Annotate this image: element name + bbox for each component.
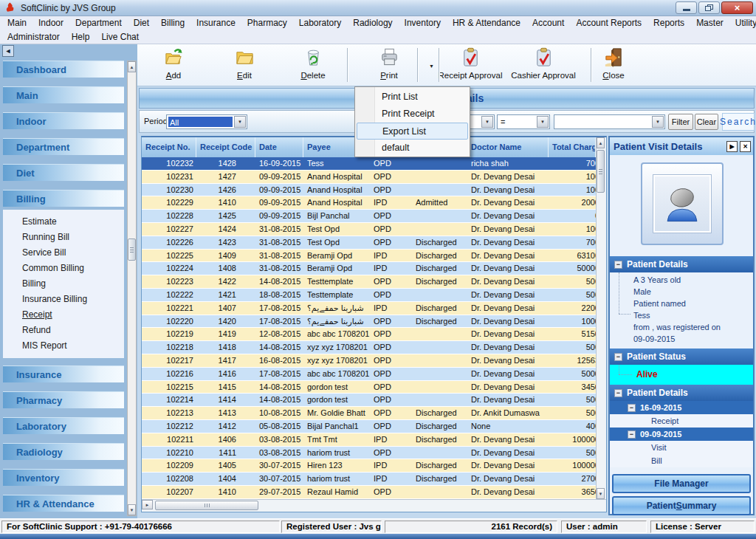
chevron-down-icon[interactable]: ▼ xyxy=(234,116,246,128)
panel-close-icon[interactable]: ✕ xyxy=(740,141,751,152)
table-row[interactable]: 102212141205-08-2015Bijal Panchal1OPDDis… xyxy=(142,420,596,433)
delete-button[interactable]: Delete xyxy=(284,47,343,84)
table-horizontal-scrollbar[interactable]: ◄ ► xyxy=(142,499,606,512)
patient-visits-header[interactable]: − Patient Details xyxy=(610,385,753,401)
restore-button[interactable] xyxy=(698,1,720,14)
menu-item-indoor[interactable]: Indoor xyxy=(32,16,69,30)
sidebar-subitem-mis-report[interactable]: MIS Report xyxy=(3,338,124,354)
print-menu-item-print-receipt[interactable]: Print Receipt xyxy=(357,106,468,123)
menu-item-diet[interactable]: Diet xyxy=(128,16,155,30)
menu-item-main[interactable]: Main xyxy=(1,16,32,30)
scroll-right-icon[interactable]: ► xyxy=(142,500,153,509)
sidebar-item-indoor[interactable]: Indoor xyxy=(3,112,124,129)
table-row[interactable]: 102222142118-08-2015TesttemplateOPDDr. D… xyxy=(142,289,596,302)
sidebar-item-insurance[interactable]: Insurance xyxy=(3,365,124,382)
sidebar-item-department[interactable]: Department xyxy=(3,138,124,155)
menu-item-administrator[interactable]: Administrator xyxy=(1,30,66,44)
menu-item-account-reports[interactable]: Account Reports xyxy=(570,16,647,30)
menu-item-live-chat[interactable]: Live Chat xyxy=(95,30,145,44)
menu-item-pharmacy[interactable]: Pharmacy xyxy=(241,16,293,30)
table-row[interactable]: 102230142609-09-2015Anand HospitalOPDDr.… xyxy=(142,184,596,197)
receipt-approval-button[interactable]: Receipt Approval xyxy=(432,47,509,84)
menu-item-help[interactable]: Help xyxy=(66,30,96,44)
column-header-receipt-code[interactable]: Receipt Code xyxy=(196,137,255,157)
collapse-minus-icon[interactable]: − xyxy=(628,430,636,439)
table-row[interactable]: 102216141617-08-2015abc abc 1708201OPDDr… xyxy=(142,368,596,381)
sidebar-item-pharmacy[interactable]: Pharmacy xyxy=(3,391,124,408)
sidebar-subitem-insurance-billing[interactable]: Insurance Billing xyxy=(3,292,124,307)
sidebar-subitem-service-bill[interactable]: Service Bill xyxy=(3,245,124,261)
h-scroll-thumb[interactable] xyxy=(155,501,258,510)
collapse-minus-icon[interactable]: − xyxy=(614,353,622,361)
visit-child-visit[interactable]: Visit xyxy=(610,441,753,454)
table-row[interactable]: 102227142431-08-2015Test OpdOPDDr. Devan… xyxy=(142,223,596,236)
menu-item-laboratory[interactable]: Laboratory xyxy=(293,16,347,30)
table-row[interactable]: 102228142509-09-2015Bijl PanchalOPDDr. D… xyxy=(142,210,596,223)
chevron-down-icon[interactable]: ▼ xyxy=(652,116,664,128)
menu-item-inventory[interactable]: Inventory xyxy=(399,16,447,30)
close-button[interactable]: × xyxy=(721,1,753,14)
menu-item-hr-attendance[interactable]: HR & Attendance xyxy=(447,16,526,30)
menu-item-billing[interactable]: Billing xyxy=(155,16,190,30)
patient-photo-frame[interactable] xyxy=(641,162,724,245)
sidebar-item-laboratory[interactable]: Laboratory xyxy=(3,417,124,434)
table-row[interactable]: 102226142331-08-2015Test OpdOPDDischarge… xyxy=(142,236,596,250)
filter-button[interactable]: Filter xyxy=(668,114,693,130)
menu-item-radiology[interactable]: Radiology xyxy=(347,16,398,30)
sidebar-collapse-button[interactable]: ◄ xyxy=(2,45,14,57)
menu-item-master[interactable]: Master xyxy=(690,16,729,30)
patient-status-header[interactable]: − Patient Status xyxy=(610,349,753,365)
table-row[interactable]: 102223142214-08-2015TesttemplateOPDDisch… xyxy=(142,275,596,289)
sidebar-subitem-estimate[interactable]: Estimate xyxy=(3,214,124,230)
file-manager-button[interactable]: File Manager xyxy=(612,474,751,493)
table-row[interactable]: 102217141716-08-2015xyz xyz 1708201OPDDr… xyxy=(142,354,596,368)
sidebar-item-hr-attendance[interactable]: HR & Attendance xyxy=(3,495,124,512)
table-row[interactable]: 102214141414-08-2015gordon testOPDDr. De… xyxy=(142,394,596,407)
scroll-up-icon[interactable]: ▲ xyxy=(597,137,605,148)
visit-date-node[interactable]: −16-09-2015 xyxy=(610,401,753,414)
visit-date-node[interactable]: −09-09-2015 xyxy=(610,428,753,441)
table-row[interactable]: 102221140717-08-2015شباربنا حمفےیم؟IPDDi… xyxy=(142,302,596,315)
sidebar-item-main[interactable]: Main xyxy=(3,86,124,103)
table-row[interactable]: 102232142816-09-2015TessOPDricha shah700 xyxy=(142,157,596,171)
patient-summary-button[interactable]: Patient Summary xyxy=(612,496,751,515)
menu-item-department[interactable]: Department xyxy=(69,16,128,30)
visit-child-bill[interactable]: Bill xyxy=(610,454,753,467)
collapse-minus-icon[interactable]: − xyxy=(614,389,622,397)
column-header-doctor-name[interactable]: Doctor Name xyxy=(467,137,549,157)
menu-item-reports[interactable]: Reports xyxy=(647,16,690,30)
table-row[interactable]: 102215141514-08-2015gordon testOPDDr. De… xyxy=(142,381,596,394)
table-row[interactable]: 102220142017-08-2015شباربنا حمفےیم؟OPDDi… xyxy=(142,315,596,329)
sidebar-item-inventory[interactable]: Inventory xyxy=(3,469,124,486)
table-row[interactable]: 102218141814-08-2015xyz xyz 1708201OPDDr… xyxy=(142,341,596,354)
scroll-down-icon[interactable]: ▼ xyxy=(128,504,136,515)
sidebar-item-diet[interactable]: Diet xyxy=(3,164,124,181)
table-row[interactable]: 102209140530-07-2015Hiren 123IPDDischarg… xyxy=(142,459,596,473)
scroll-up-icon[interactable]: ▲ xyxy=(128,61,136,72)
table-row[interactable]: 102225140931-08-2015Beramji OpdIPDDischa… xyxy=(142,250,596,263)
close-button[interactable]: Close xyxy=(584,47,643,84)
sidebar-scroll-thumb[interactable] xyxy=(128,238,136,261)
table-row[interactable]: 102224140831-08-2015Beramji OpdIPDDischa… xyxy=(142,262,596,275)
period-combobox[interactable]: All ▼ xyxy=(166,114,247,129)
menu-item-utility[interactable]: Utility xyxy=(729,16,756,30)
clear-button[interactable]: Clear xyxy=(695,114,718,130)
patient-details-header[interactable]: − Patient Details xyxy=(610,256,753,272)
table-vertical-scrollbar[interactable]: ▲ ▼ xyxy=(596,137,606,499)
print-menu-item-export-list[interactable]: Export List xyxy=(357,123,468,140)
menu-item-insurance[interactable]: Insurance xyxy=(190,16,241,30)
print-menu-item-default[interactable]: default xyxy=(357,140,468,157)
chevron-down-icon[interactable]: ▼ xyxy=(537,116,549,128)
table-row[interactable]: 102210141103-08-2015hariom trustOPDDr. D… xyxy=(142,447,596,460)
visit-child-receipt[interactable]: Receipt xyxy=(610,414,753,428)
minimize-button[interactable] xyxy=(676,1,697,14)
v-scroll-thumb[interactable] xyxy=(597,150,605,193)
table-row[interactable]: 102219141912-08-2015abc abc 1708201OPDDr… xyxy=(142,328,596,341)
table-row[interactable]: 102229141009-09-2015Anand HospitalIPDAdm… xyxy=(142,196,596,210)
column-header-date[interactable]: Date xyxy=(255,137,303,157)
print-menu-item-print-list[interactable]: Print List xyxy=(357,89,468,106)
print-button[interactable]: Print xyxy=(360,47,419,84)
collapse-minus-icon[interactable]: − xyxy=(614,261,622,269)
cashier-approval-button[interactable]: Cashier Approval xyxy=(505,47,582,84)
menu-item-account[interactable]: Account xyxy=(526,16,570,30)
